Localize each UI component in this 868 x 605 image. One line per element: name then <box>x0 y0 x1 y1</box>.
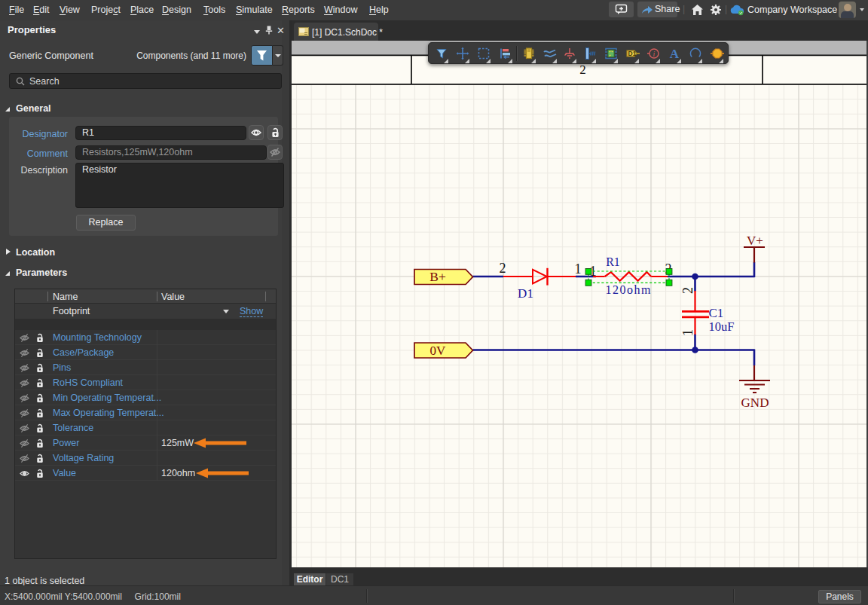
svg-text:1: 1 <box>680 329 695 336</box>
svg-text:V+: V+ <box>747 234 763 248</box>
svg-text:D1: D1 <box>628 50 637 57</box>
svg-text:D1: D1 <box>518 286 533 301</box>
svg-text:10uF: 10uF <box>709 319 735 334</box>
svg-text:1: 1 <box>575 261 582 277</box>
svg-text:GND: GND <box>741 396 769 410</box>
svg-text:2: 2 <box>680 287 695 294</box>
svg-text:2: 2 <box>500 261 506 276</box>
svg-text:C1: C1 <box>709 306 724 320</box>
svg-text:0V: 0V <box>430 344 447 358</box>
svg-text:B+: B+ <box>429 269 446 284</box>
svg-text:120ohm: 120ohm <box>605 283 651 296</box>
svg-text:R1: R1 <box>606 255 620 268</box>
svg-text:2: 2 <box>579 63 586 77</box>
svg-text:i: i <box>653 50 656 58</box>
